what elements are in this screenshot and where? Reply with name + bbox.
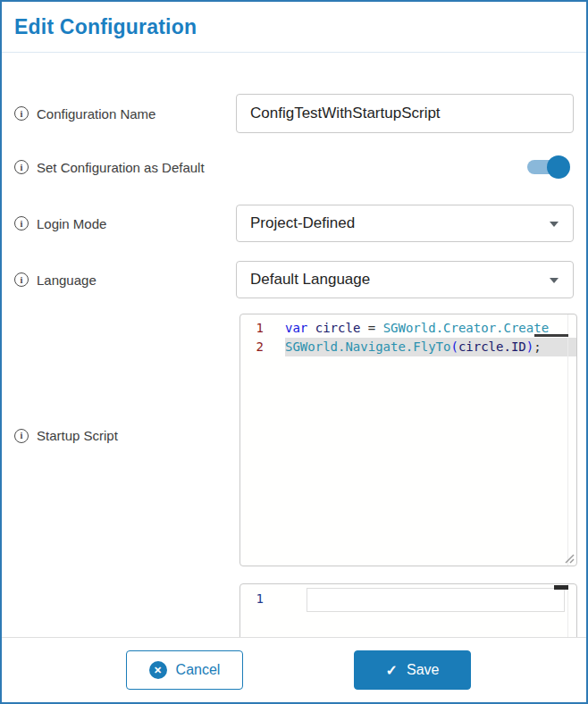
cancel-button[interactable]: ✕ Cancel	[126, 650, 243, 690]
language-row: i Language Default Language	[2, 261, 586, 298]
config-name-label: i Configuration Name	[14, 106, 155, 122]
startup-script-label: i Startup Script	[14, 428, 118, 443]
code-text: var circle = SGWorld.Creator.Create	[285, 319, 576, 338]
language-select[interactable]: Default Language	[236, 261, 574, 298]
dialog-header: Edit Configuration	[2, 2, 586, 53]
cancel-button-label: Cancel	[176, 662, 221, 678]
login-mode-label: i Login Mode	[14, 216, 106, 231]
toggle-knob	[547, 155, 570, 179]
dialog-title: Edit Configuration	[14, 15, 197, 39]
chevron-down-icon	[550, 278, 559, 283]
info-icon: i	[14, 272, 29, 287]
config-name-label-text: Configuration Name	[37, 106, 155, 122]
resize-handle-icon[interactable]	[563, 552, 575, 564]
active-line-box[interactable]	[307, 588, 565, 612]
startup-script-label-text: Startup Script	[37, 428, 118, 443]
code-line[interactable]: 1var circle = SGWorld.Creator.Create	[240, 319, 576, 338]
set-default-label: i Set Configuration as Default	[14, 160, 205, 175]
login-mode-label-text: Login Mode	[37, 216, 106, 231]
set-default-row: i Set Configuration as Default	[2, 147, 586, 187]
set-default-toggle[interactable]	[527, 155, 570, 179]
startup-script-editor[interactable]: 1var circle = SGWorld.Creator.Create2SGW…	[239, 314, 577, 566]
editor-scroll-track	[567, 584, 568, 637]
code-line[interactable]: 2SGWorld.Navigate.FlyTo(circle.ID);	[240, 338, 576, 356]
info-icon: i	[14, 216, 29, 230]
language-label-text: Language	[37, 272, 97, 288]
set-default-label-text: Set Configuration as Default	[37, 160, 205, 175]
editor-scrollbar-thumb[interactable]	[554, 585, 568, 590]
save-button[interactable]: ✓ Save	[354, 650, 471, 690]
code-text: SGWorld.Navigate.FlyTo(circle.ID);	[285, 338, 576, 356]
login-mode-value: Project-Defined	[250, 214, 355, 232]
line-number: 1	[240, 319, 285, 338]
line-number: 2	[240, 338, 285, 356]
line-number: 1	[240, 590, 285, 608]
editor-scroll-track	[567, 314, 568, 566]
language-value: Default Language	[250, 271, 370, 289]
config-name-input[interactable]	[236, 94, 574, 133]
startup-script-editor-lines: 1var circle = SGWorld.Creator.Create2SGW…	[240, 319, 576, 356]
info-icon: i	[14, 160, 29, 174]
edit-configuration-dialog: Edit Configuration i Configuration Name …	[0, 0, 588, 704]
chevron-down-icon	[550, 222, 559, 227]
login-mode-select[interactable]: Project-Defined	[236, 205, 574, 242]
info-icon: i	[14, 106, 29, 121]
save-button-label: Save	[407, 662, 439, 678]
login-mode-row: i Login Mode Project-Defined	[2, 205, 586, 242]
info-icon: i	[14, 429, 29, 443]
cancel-x-icon: ✕	[149, 661, 167, 679]
config-name-row: i Configuration Name	[2, 94, 586, 133]
check-icon: ✓	[386, 662, 398, 679]
dialog-content: i Configuration Name i Set Configuration…	[2, 53, 586, 637]
editor-scrollbar-thumb[interactable]	[534, 334, 568, 337]
secondary-script-editor[interactable]: 1	[239, 583, 577, 637]
dialog-footer: ✕ Cancel ✓ Save	[2, 637, 586, 700]
language-label: i Language	[14, 272, 97, 288]
